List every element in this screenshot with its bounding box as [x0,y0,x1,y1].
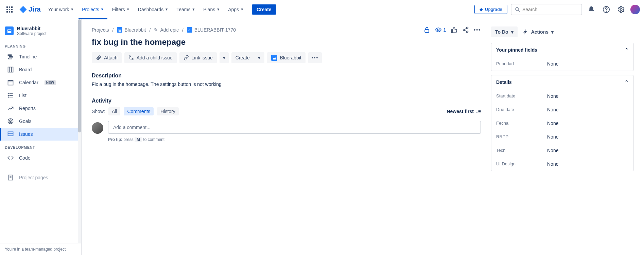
status-dropdown[interactable]: To Do▾ [491,26,518,37]
app-switcher-icon[interactable] [4,4,15,15]
link-dropdown-button[interactable]: ▾ [220,52,229,63]
sidebar-item-reports[interactable]: Reports [2,102,79,115]
board-icon [7,66,14,73]
sidebar-item-issues[interactable]: Issues [0,128,79,141]
chevron-down-icon: ▼ [240,7,244,11]
sidebar-item-code[interactable]: Code [2,151,79,164]
svg-point-28 [8,95,9,96]
svg-rect-8 [11,11,13,13]
svg-line-43 [465,28,467,29]
nav-plans[interactable]: Plans▼ [200,5,223,14]
page-actions: 1 ••• [423,26,481,33]
field-row[interactable]: Prioridad None [491,57,633,71]
field-row[interactable]: RRPPNone [491,130,633,144]
nav-filters[interactable]: Filters▼ [109,5,133,14]
tab-all[interactable]: All [108,107,121,115]
sidebar-item-board[interactable]: Board [2,63,79,76]
comment-composer: Add a comment... [92,121,481,134]
list-icon [7,92,14,99]
sidebar-item-list[interactable]: List [2,89,79,102]
help-icon[interactable] [601,4,612,15]
breadcrumb-issue-key[interactable]: ✓BLUERABBIT-1770 [187,27,236,33]
sort-button[interactable]: Newest first↓≡ [447,109,481,114]
sidebar-item-project-pages[interactable]: Project pages [2,171,79,184]
tab-history[interactable]: History [157,107,179,115]
nav-teams[interactable]: Teams▼ [173,5,198,14]
calendar-icon [7,79,14,86]
goals-icon [7,118,14,125]
jira-logo[interactable]: Jira [16,5,43,14]
code-icon [7,154,14,161]
link-issue-button[interactable]: Link issue [179,52,217,63]
details-toggle[interactable]: Details⌃ [491,75,633,89]
svg-line-44 [465,30,467,31]
more-actions-button[interactable]: ••• [308,52,322,63]
tab-comments[interactable]: Comments [124,107,154,115]
settings-icon[interactable] [615,4,627,15]
issue-title[interactable]: fix bug in the homepage [92,37,481,47]
watch-button[interactable]: 1 [435,26,446,33]
add-child-button[interactable]: Add a child issue [124,52,177,63]
share-icon[interactable] [462,26,469,33]
breadcrumb: Projects / ⬓Bluerabbit / ✎Add epic / ✓BL… [92,26,481,33]
svg-rect-2 [11,6,13,8]
svg-rect-16 [8,58,12,59]
svg-rect-5 [11,9,13,10]
comment-input[interactable]: Add a comment... [108,121,481,134]
field-value: None [547,61,558,67]
notifications-icon[interactable] [586,4,597,15]
pages-icon [7,174,14,181]
breadcrumb-add-epic[interactable]: ✎Add epic [154,27,178,33]
actions-dropdown[interactable]: Actions▾ [522,29,554,35]
field-row[interactable]: TechNone [491,144,633,157]
section-planning: PLANNING [0,39,81,50]
field-row[interactable]: FechaNone [491,116,633,130]
nav-projects[interactable]: Projects▼ [79,5,107,14]
description-text[interactable]: Fix a bug in the homepage. The settings … [92,81,481,87]
create-button[interactable]: Create [252,4,276,15]
svg-line-10 [518,10,520,12]
activity-tabs: Show: All Comments History Newest first↓… [92,107,481,115]
nav-apps[interactable]: Apps▼ [225,5,247,14]
project-icon: ⬓ [271,55,277,61]
svg-rect-1 [9,6,10,8]
field-row[interactable]: Due dateNone [491,103,633,116]
sidebar: ⬓ Bluerabbit Software project PLANNING T… [0,19,82,255]
chevron-down-icon: ▾ [511,29,514,35]
more-icon[interactable]: ••• [474,27,481,33]
search-input[interactable] [522,7,578,12]
project-chip-button[interactable]: ⬓Bluerabbit [267,52,306,63]
project-name: Bluerabbit [17,26,47,31]
breadcrumb-project[interactable]: ⬓Bluerabbit [117,27,146,33]
attach-button[interactable]: Attach [92,52,122,63]
unlock-icon[interactable] [423,26,430,33]
chevron-down-icon: ▼ [70,7,74,11]
like-icon[interactable] [451,26,457,33]
sidebar-scrollbar[interactable] [78,19,81,245]
sidebar-item-goals[interactable]: Goals [2,115,79,128]
chevron-down-icon: ▼ [192,7,195,11]
nav-your-work[interactable]: Your work▼ [45,5,77,14]
user-avatar[interactable] [630,5,640,14]
description-heading: Description [92,73,481,79]
section-development: DEVELOPMENT [0,141,81,151]
upgrade-button[interactable]: ◆ Upgrade [474,5,507,14]
project-header[interactable]: ⬓ Bluerabbit Software project [0,19,81,39]
breadcrumb-projects[interactable]: Projects [92,27,109,33]
field-row[interactable]: Start dateNone [491,89,633,103]
nav-dashboards[interactable]: Dashboards▼ [135,5,172,14]
create-dropdown-button[interactable]: Create ▾ [231,52,264,63]
svg-point-13 [620,8,622,11]
svg-point-42 [467,31,468,33]
sidebar-item-timeline[interactable]: Timeline [2,50,79,63]
pinned-fields-toggle[interactable]: Your pinned fields⌃ [491,43,633,57]
details-panel: Details⌃ Start dateNone Due dateNone Fec… [491,75,634,171]
svg-rect-33 [8,132,13,136]
search-box[interactable] [511,4,582,15]
activity-heading: Activity [92,98,481,104]
sidebar-item-calendar[interactable]: CalendarNEW [2,76,79,89]
pinned-fields-panel: Your pinned fields⌃ Prioridad None [491,43,634,71]
svg-rect-7 [9,11,10,13]
field-row[interactable]: UI DesignNone [491,157,633,171]
show-label: Show: [92,109,105,114]
